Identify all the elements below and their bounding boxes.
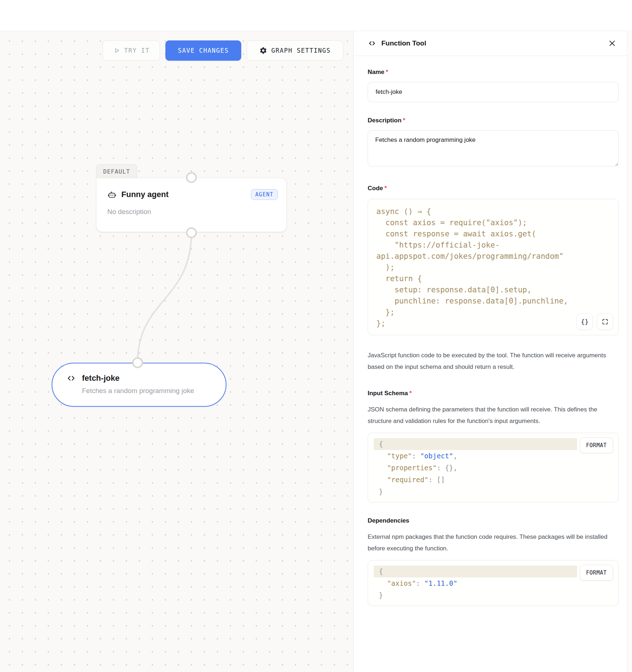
graph-settings-label: GRAPH SETTINGS: [271, 47, 330, 54]
agent-node-description: No description: [107, 208, 278, 216]
dependencies-label: Dependencies: [368, 516, 623, 525]
format-button[interactable]: FORMAT: [580, 437, 613, 453]
code-icon: [368, 39, 376, 48]
format-braces-button[interactable]: {}: [576, 313, 593, 330]
name-label: Name*: [368, 67, 623, 77]
panel-title: Function Tool: [381, 39, 426, 47]
fullscreen-icon: [602, 318, 609, 325]
try-it-label: TRY IT: [124, 47, 150, 54]
edge-agent-to-tool[interactable]: [138, 233, 191, 363]
dependencies-help-text: External npm packages that the function …: [368, 531, 620, 554]
code-editor[interactable]: async () ⇒ { const axios = require("axio…: [368, 199, 619, 335]
graph-canvas[interactable]: TRY IT SAVE CHANGES GRAPH SETTINGS DEFAU…: [0, 31, 353, 672]
dependencies-content: { "axios": "1.11.0"}: [374, 566, 613, 601]
description-textarea[interactable]: Fetches a random programming joke: [368, 130, 619, 166]
function-tool-panel: Function Tool Name* Description* Fetches…: [353, 31, 632, 672]
code-icon: [66, 373, 76, 383]
name-input[interactable]: [368, 82, 619, 102]
agent-node-title: Funny agent: [121, 190, 169, 199]
edge-layer: [0, 31, 353, 672]
expand-fullscreen-button[interactable]: [597, 313, 613, 330]
required-asterisk: *: [403, 117, 406, 124]
required-asterisk: *: [386, 69, 388, 75]
dependencies-editor[interactable]: { "axios": "1.11.0"} FORMAT: [368, 560, 619, 606]
input-schema-editor[interactable]: { "type": "object", "properties": {}, "r…: [368, 433, 619, 502]
code-content: async () ⇒ { const axios = require("axio…: [376, 206, 612, 329]
panel-header: Function Tool: [354, 31, 632, 56]
input-schema-help-text: JSON schema defining the parameters that…: [368, 404, 620, 427]
try-it-button[interactable]: TRY IT: [103, 40, 160, 61]
save-changes-button[interactable]: SAVE CHANGES: [165, 40, 241, 61]
close-panel-button[interactable]: [608, 39, 616, 47]
agent-node[interactable]: Funny agent AGENT No description: [96, 178, 287, 232]
top-bar: [0, 0, 632, 31]
close-icon: [608, 39, 616, 47]
panel-scrollbar[interactable]: [627, 31, 632, 672]
code-label: Code*: [368, 184, 623, 193]
graph-settings-button[interactable]: GRAPH SETTINGS: [247, 40, 343, 61]
canvas-toolbar: TRY IT SAVE CHANGES GRAPH SETTINGS: [103, 40, 343, 61]
description-label: Description*: [368, 116, 623, 125]
tool-node-title: fetch-joke: [82, 374, 120, 383]
required-asterisk: *: [409, 390, 412, 397]
app-root: TRY IT SAVE CHANGES GRAPH SETTINGS DEFAU…: [0, 0, 632, 672]
gear-icon: [259, 47, 267, 54]
input-schema-label: Input Schema*: [368, 389, 623, 398]
format-button[interactable]: FORMAT: [580, 565, 613, 581]
code-help-text: JavaScript function code to be executed …: [368, 350, 620, 373]
group-label-default[interactable]: DEFAULT: [96, 164, 137, 178]
robot-icon: [107, 190, 117, 199]
play-icon: [113, 47, 120, 54]
required-asterisk: *: [385, 185, 387, 192]
agent-type-badge: AGENT: [251, 189, 278, 200]
save-changes-label: SAVE CHANGES: [178, 47, 229, 54]
tool-node-description: Fetches a random programming joke: [82, 387, 215, 395]
tool-node-fetch-joke[interactable]: fetch-joke Fetches a random programming …: [52, 363, 226, 407]
panel-body: Name* Description* Fetches a random prog…: [354, 56, 632, 672]
code-editor-actions: {}: [576, 313, 613, 330]
input-schema-content: { "type": "object", "properties": {}, "r…: [374, 438, 613, 498]
